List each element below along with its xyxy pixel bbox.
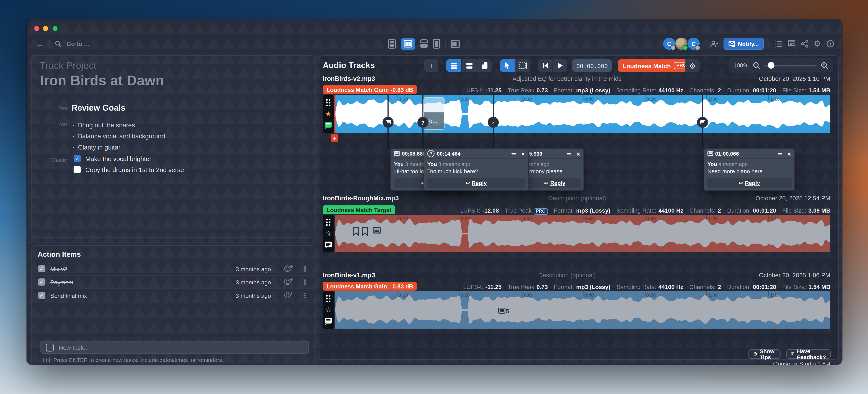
goal-checkbox-row[interactable]: ✓ Make the vocal brighter <box>74 155 152 162</box>
add-track-button[interactable]: + <box>424 59 439 72</box>
star-icon-filled[interactable]: ★ <box>325 111 331 117</box>
track-filename[interactable]: IronBirds-v1.mp3 <box>323 272 375 278</box>
goto-search-input[interactable]: Go to ... <box>66 40 89 47</box>
comment-pin[interactable] <box>697 117 708 128</box>
select-tool-button[interactable] <box>516 59 530 72</box>
list-view-button-active[interactable] <box>446 59 461 72</box>
view-split-vertical-icon[interactable] <box>388 39 396 49</box>
info-icon[interactable] <box>827 40 834 48</box>
meta-truepeak: True PeakPRO <box>505 207 548 215</box>
action-item-row[interactable]: ✓Send final mix3 months ago☺+⋮ <box>32 289 315 302</box>
item-menu-icon[interactable]: ⋮ <box>302 278 308 286</box>
comment-popup-header[interactable]: ? 00:14.484 × <box>424 149 528 159</box>
drag-handle-icon[interactable] <box>326 99 328 101</box>
numbered-list-icon[interactable] <box>774 40 782 47</box>
playhead-marker-flag[interactable]: + <box>331 134 338 142</box>
comment-icon-white[interactable] <box>324 241 332 248</box>
waveform-track-2[interactable]: 0:100:200:300:400:501:001:10 <box>335 215 830 252</box>
comment-popup-header[interactable]: 5.930 × <box>526 149 583 159</box>
have-feedback-button[interactable]: Have Feedback? <box>786 349 831 359</box>
drag-handle-icon[interactable] <box>326 295 328 297</box>
comment-cluster[interactable]: 5 <box>498 308 509 314</box>
view-rows-icon[interactable] <box>420 39 428 48</box>
zoom-out-icon[interactable] <box>753 62 760 69</box>
view-split-horizontal-button-active[interactable] <box>401 38 415 50</box>
cursor-tool-button-active[interactable] <box>500 59 515 72</box>
zoom-in-icon[interactable] <box>821 62 828 69</box>
close-popup-icon[interactable]: × <box>577 151 580 156</box>
checkbox-checked[interactable]: ✓ <box>74 155 81 162</box>
action-item-row[interactable]: ✓Mix v23 months ago☺+⋮ <box>32 263 315 276</box>
play-button[interactable] <box>553 59 567 72</box>
track-description[interactable]: Adjusted EQ for better clarity in the mi… <box>513 75 621 82</box>
zoom-slider[interactable] <box>765 64 816 66</box>
question-pin[interactable]: ? <box>417 117 428 128</box>
skip-to-start-button[interactable] <box>538 59 553 72</box>
show-tips-button[interactable]: Show Tips <box>748 349 781 359</box>
share-icon[interactable] <box>801 40 808 48</box>
comment-popup-header[interactable]: 01:00.066 × <box>704 149 794 159</box>
comment-popup[interactable]: 01:00.066 × You a month ago Need more pi… <box>704 148 795 191</box>
rows-view-button[interactable] <box>462 59 477 72</box>
reply-button[interactable]: ↩Reply <box>707 178 792 188</box>
minimize-window-button[interactable] <box>43 26 49 31</box>
warning-pin[interactable]: ▵ <box>488 117 499 128</box>
bookmark-icons[interactable] <box>353 227 386 236</box>
minimize-popup-icon[interactable] <box>512 153 516 154</box>
maximize-window-button[interactable] <box>53 26 58 31</box>
notify-button[interactable]: Notify... <box>723 37 764 50</box>
close-popup-icon[interactable]: × <box>521 151 525 156</box>
reply-button[interactable]: ↩Reply <box>427 178 525 188</box>
region-highlight <box>424 98 444 113</box>
comment-icon-green[interactable] <box>324 122 332 129</box>
avatar[interactable]: C <box>663 37 675 50</box>
gear-icon[interactable]: ⚙ <box>813 40 821 48</box>
view-sidebar-icon[interactable] <box>451 39 460 48</box>
comment-popup[interactable]: ? 00:14.484 × You 3 months ago Too much … <box>424 148 529 191</box>
close-window-button[interactable] <box>34 26 39 31</box>
track-rail[interactable]: ☆ <box>323 291 334 329</box>
track-description-placeholder[interactable]: Description (optional) <box>538 272 596 278</box>
checkbox-checked[interactable]: ✓ <box>38 278 45 285</box>
comment-icon-white[interactable] <box>324 318 332 325</box>
track-description-placeholder[interactable]: Description (optional) <box>548 195 606 202</box>
item-menu-icon[interactable]: ⋮ <box>302 265 308 273</box>
track-filename[interactable]: IronBirds-RoughMix.mp3 <box>323 195 399 202</box>
back-arrow-icon[interactable]: ← <box>36 39 44 49</box>
loudness-settings-gear-icon[interactable]: ⚙ <box>685 59 700 72</box>
add-reaction-smiley-icon[interactable]: ☺+ <box>284 265 291 272</box>
checkbox-unchecked[interactable] <box>74 166 81 173</box>
add-reaction-smiley-icon[interactable]: ☺+ <box>284 292 291 299</box>
avatar[interactable]: C <box>687 37 700 50</box>
close-popup-icon[interactable]: × <box>787 151 791 156</box>
add-user-icon[interactable] <box>710 40 718 47</box>
star-icon-outline[interactable]: ☆ <box>325 307 331 313</box>
search-icon[interactable] <box>55 40 61 47</box>
action-item-row[interactable]: ✓Payment3 months ago☺+⋮ <box>32 276 315 289</box>
checkbox-checked[interactable]: ✓ <box>38 292 45 299</box>
star-icon-outline[interactable]: ☆ <box>325 230 331 237</box>
reply-button[interactable]: ↩Reply <box>529 178 581 188</box>
loudness-match-button[interactable]: Loudness Match PRO <box>618 59 694 72</box>
minimize-popup-icon[interactable] <box>567 153 571 154</box>
drag-handle-icon[interactable] <box>326 219 328 220</box>
add-reaction-smiley-icon[interactable]: ☺+ <box>284 278 291 285</box>
comments-icon[interactable] <box>787 40 795 48</box>
zoom-slider-knob[interactable] <box>768 62 774 68</box>
comment-pin[interactable] <box>382 117 394 128</box>
view-single-icon[interactable] <box>433 39 440 49</box>
track-filename[interactable]: IronBirds-v2.mp3 <box>323 75 375 82</box>
track-rail[interactable]: ★ <box>323 95 334 133</box>
avatar-photo[interactable] <box>675 37 687 50</box>
goal-checkbox-row[interactable]: Copy the drums in 1st to 2nd verse <box>74 166 184 173</box>
comment-popup[interactable]: 5.930 × nths ago rmony please ↩Reply <box>525 148 584 191</box>
new-task-input[interactable]: New task... <box>40 341 309 354</box>
checkbox-checked[interactable]: ✓ <box>38 265 45 272</box>
waveform-track-3[interactable]: 5 0:100:200:300:400:501:001:10 <box>335 291 830 329</box>
card-view-button[interactable] <box>477 59 492 72</box>
item-menu-icon[interactable]: ⋮ <box>302 292 308 299</box>
playhead[interactable] <box>334 95 335 133</box>
waveform-track-1[interactable]: 0:100:200:300:400:501:001:10 <box>335 95 830 133</box>
track-rail[interactable]: ☆ <box>323 215 334 252</box>
minimize-popup-icon[interactable] <box>777 153 782 154</box>
